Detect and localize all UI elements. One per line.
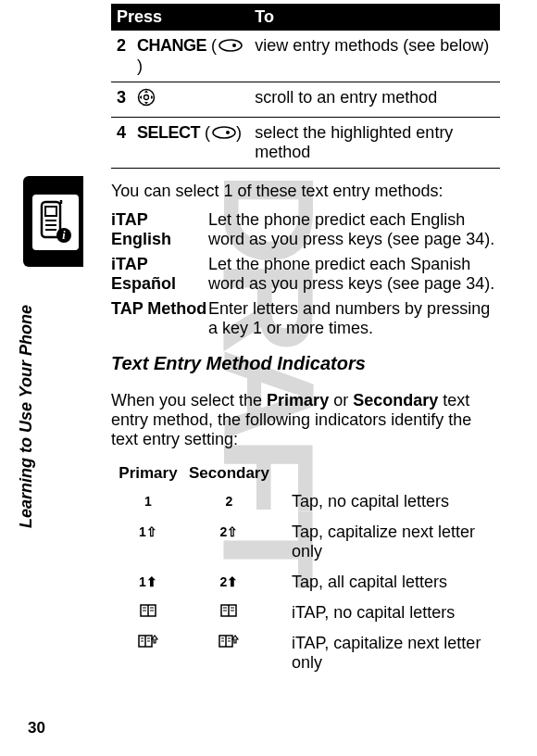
secondary-icon: 2⇧	[185, 517, 273, 567]
indicator-row: iTAP, capitalize next letter only	[111, 628, 500, 678]
secondary-icon: 2	[185, 486, 273, 517]
book-icon	[140, 604, 156, 617]
softkey-icon	[212, 124, 236, 144]
primary-label: Primary	[267, 391, 329, 410]
method-desc: Let the phone predict each English word …	[208, 210, 500, 249]
key-label: CHANGE	[137, 36, 206, 55]
svg-point-8	[219, 40, 242, 51]
book-icon	[220, 604, 237, 617]
header-to: To	[249, 4, 500, 31]
col-primary: Primary	[111, 460, 185, 486]
svg-point-11	[144, 94, 149, 99]
indicator-row: iTAP, no capital letters	[111, 598, 500, 628]
book-shift-icon	[138, 634, 158, 649]
paren-open: (	[211, 36, 217, 55]
key-label: SELECT	[137, 123, 200, 142]
subheading: Text Entry Method Indicators	[111, 353, 500, 374]
paren-close: )	[236, 123, 242, 142]
book-shift-icon	[219, 634, 239, 649]
indicator-desc: Tap, capitalize next letter only	[273, 517, 500, 567]
indicator-row: 1⇧ 2⇧ Tap, capitalize next letter only	[111, 517, 500, 567]
method-row: iTAP Español Let the phone predict each …	[111, 255, 500, 294]
indicator-desc: Tap, no capital letters	[273, 486, 500, 517]
indicator-desc: iTAP, no capital letters	[273, 598, 500, 628]
method-name: iTAP English	[111, 210, 208, 249]
indicator-desc: Tap, all capital letters	[273, 567, 500, 598]
svg-point-9	[232, 44, 236, 47]
press-to-table: Press To 2 CHANGE () view entry methods …	[111, 4, 500, 169]
action-cell: view entry methods (see below)	[249, 31, 500, 82]
step-number: 4	[111, 117, 131, 168]
page-content: Press To 2 CHANGE () view entry methods …	[0, 0, 537, 687]
paren-open: (	[205, 123, 210, 142]
secondary-icon: 2⬆	[185, 567, 273, 598]
secondary-label: Secondary	[353, 391, 438, 410]
action-cell: select the highlighted entry method	[249, 117, 500, 168]
svg-point-13	[226, 131, 230, 134]
body-segment: or	[329, 391, 353, 410]
method-desc: Let the phone predict each Spanish word …	[208, 255, 500, 294]
key-cell	[131, 82, 249, 117]
paren-close: )	[137, 57, 143, 75]
action-cell: scroll to an entry method	[249, 82, 500, 117]
table-row: 2 CHANGE () view entry methods (see belo…	[111, 31, 500, 82]
secondary-icon	[185, 628, 273, 678]
body-text: When you select the Primary or Secondary…	[111, 391, 500, 449]
method-name: TAP Method	[111, 299, 208, 338]
primary-icon: 1⇧	[111, 517, 185, 567]
method-name: iTAP Español	[111, 255, 208, 294]
table-row: 3 scroll to an entry method	[111, 82, 500, 117]
key-cell: SELECT ()	[131, 117, 249, 168]
table-row: 4 SELECT () select the highlighted entry…	[111, 117, 500, 168]
key-cell: CHANGE ()	[131, 31, 249, 82]
method-row: iTAP English Let the phone predict each …	[111, 210, 500, 249]
primary-icon	[111, 598, 185, 628]
indicator-row: 1 2 Tap, no capital letters	[111, 486, 500, 517]
indicator-row: 1⬆ 2⬆ Tap, all capital letters	[111, 567, 500, 598]
method-desc: Enter letters and numbers by pressing a …	[208, 299, 500, 338]
methods-list: iTAP English Let the phone predict each …	[111, 210, 500, 338]
step-number: 2	[111, 31, 131, 82]
body-segment: When you select the	[111, 391, 267, 410]
softkey-icon	[219, 37, 243, 57]
method-row: TAP Method Enter letters and numbers by …	[111, 299, 500, 338]
step-number: 3	[111, 82, 131, 117]
secondary-icon	[185, 598, 273, 628]
page-number: 30	[28, 719, 45, 737]
indicator-desc: iTAP, capitalize next letter only	[273, 628, 500, 678]
primary-icon: 1⬆	[111, 567, 185, 598]
nav-key-icon	[137, 92, 156, 110]
primary-icon	[111, 628, 185, 678]
intro-text: You can select 1 of these text entry met…	[111, 182, 500, 201]
svg-point-12	[213, 127, 235, 138]
primary-icon: 1	[111, 486, 185, 517]
indicators-table: Primary Secondary 1 2 Tap, no capital le…	[111, 460, 500, 678]
col-secondary: Secondary	[185, 460, 273, 486]
header-press: Press	[111, 4, 249, 31]
